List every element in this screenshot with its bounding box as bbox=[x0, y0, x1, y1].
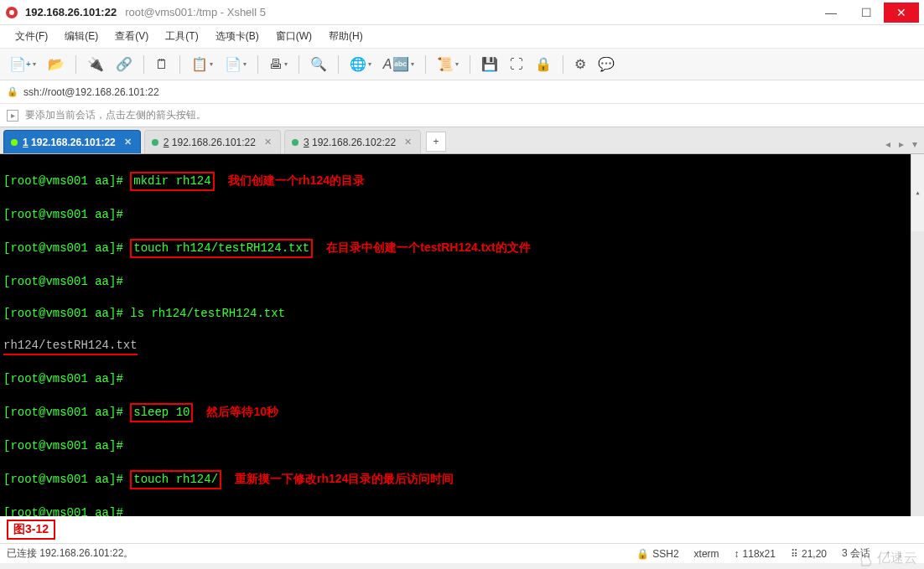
session-tab-2[interactable]: 2 192.168.26.101:22 ✕ bbox=[144, 130, 281, 153]
session-tab-1[interactable]: 1 192.168.26.101:22 ✕ bbox=[3, 130, 141, 153]
open-button[interactable]: 📂 bbox=[44, 53, 69, 75]
tab-close-button[interactable]: ✕ bbox=[264, 137, 272, 147]
lock-button[interactable]: 🔒 bbox=[531, 53, 556, 75]
color-button[interactable]: 🌐▾ bbox=[345, 53, 376, 75]
menu-help[interactable]: 帮助(H) bbox=[320, 26, 371, 47]
status-term: xterm bbox=[694, 548, 719, 560]
status-position: ⠿ 21,20 bbox=[791, 548, 827, 560]
menu-tools[interactable]: 工具(T) bbox=[157, 26, 206, 47]
svg-point-1 bbox=[9, 10, 14, 15]
tip-bar: ▸ 要添加当前会话，点击左侧的箭头按钮。 bbox=[0, 104, 924, 127]
find-button[interactable]: 🔍 bbox=[306, 53, 331, 75]
transfer-button[interactable]: 💾 bbox=[477, 53, 502, 75]
status-dot-icon bbox=[11, 139, 18, 146]
paste-button[interactable]: 📄▾ bbox=[221, 53, 251, 75]
address-url[interactable]: ssh://root@192.168.26.101:22 bbox=[23, 86, 159, 98]
tab-next-button[interactable]: ▸ bbox=[895, 137, 907, 152]
menu-file[interactable]: 文件(F) bbox=[7, 26, 56, 47]
toolbar: 📄+▾ 📂 🔌 🔗 🗒 📋▾ 📄▾ 🖶▾ 🔍 🌐▾ A🔤▾ 📜▾ 💾 ⛶ 🔒 ⚙… bbox=[0, 49, 924, 80]
status-dot-icon bbox=[292, 139, 298, 146]
menu-tab[interactable]: 选项卡(B) bbox=[207, 26, 267, 47]
new-session-button[interactable]: 📄+▾ bbox=[5, 53, 40, 75]
close-button[interactable]: ✕ bbox=[884, 3, 919, 23]
tab-label: 192.168.26.101:22 bbox=[172, 137, 256, 148]
fullscreen-button[interactable]: ⛶ bbox=[506, 54, 527, 75]
tab-number: 1 bbox=[23, 137, 29, 148]
tab-prev-button[interactable]: ◂ bbox=[882, 137, 894, 152]
status-connection: 已连接 192.168.26.101:22。 bbox=[7, 546, 621, 561]
title-bar: 192.168.26.101:22 root@vms001:/tmp - Xsh… bbox=[0, 0, 924, 25]
menu-view[interactable]: 查看(V) bbox=[106, 26, 157, 47]
terminal-scrollbar[interactable]: ▴ ▾ bbox=[911, 154, 924, 516]
menu-edit[interactable]: 编辑(E) bbox=[56, 26, 106, 47]
tab-label: 192.168.26.101:22 bbox=[31, 137, 116, 148]
settings-button[interactable]: ⚙ bbox=[570, 53, 590, 75]
app-icon bbox=[5, 6, 18, 19]
tab-label: 192.168.26.102:22 bbox=[312, 137, 396, 148]
maximize-button[interactable]: ☐ bbox=[849, 3, 884, 23]
status-protocol: 🔒SSH2 bbox=[636, 548, 678, 560]
status-bar: 已连接 192.168.26.101:22。 🔒SSH2 xterm ↕ 118… bbox=[0, 543, 924, 563]
address-bar: 🔒 ssh://root@192.168.26.101:22 bbox=[0, 80, 924, 104]
tab-menu-button[interactable]: ▾ bbox=[909, 137, 921, 152]
add-session-hint-button[interactable]: ▸ bbox=[7, 110, 18, 122]
menu-window[interactable]: 窗口(W) bbox=[267, 26, 320, 47]
tab-close-button[interactable]: ✕ bbox=[124, 137, 132, 147]
lock-icon: 🔒 bbox=[7, 86, 18, 97]
scroll-track[interactable] bbox=[911, 231, 924, 516]
status-up-button[interactable]: ↑ bbox=[885, 548, 890, 560]
chat-button[interactable]: 💬 bbox=[594, 53, 619, 75]
disconnect-button[interactable]: 🔗 bbox=[112, 53, 137, 75]
status-dot-icon bbox=[152, 139, 158, 146]
copy-button[interactable]: 📋▾ bbox=[187, 53, 217, 75]
print-button[interactable]: 🖶▾ bbox=[265, 54, 292, 75]
add-tab-button[interactable]: + bbox=[426, 132, 446, 152]
figure-label: 图3-12 bbox=[7, 520, 55, 540]
status-down-button[interactable]: ↓ bbox=[897, 548, 902, 560]
properties-button[interactable]: 🗒 bbox=[151, 54, 173, 75]
lock-icon: 🔒 bbox=[636, 548, 649, 560]
figure-caption: 图3-12 bbox=[0, 516, 924, 543]
font-button[interactable]: A🔤▾ bbox=[379, 53, 418, 75]
window-title: 192.168.26.101:22 bbox=[25, 6, 117, 18]
tab-close-button[interactable]: ✕ bbox=[404, 137, 412, 147]
reconnect-button[interactable]: 🔌 bbox=[83, 53, 108, 75]
scroll-up-button[interactable]: ▴ bbox=[911, 186, 924, 199]
status-sessions: 3 会话 bbox=[842, 546, 870, 561]
minimize-button[interactable]: — bbox=[813, 3, 849, 23]
tab-number: 2 bbox=[164, 137, 169, 148]
tab-bar: 1 192.168.26.101:22 ✕ 2 192.168.26.101:2… bbox=[0, 127, 924, 154]
tip-text: 要添加当前会话，点击左侧的箭头按钮。 bbox=[25, 108, 206, 122]
tab-number: 3 bbox=[304, 137, 309, 148]
script-button[interactable]: 📜▾ bbox=[433, 53, 463, 75]
session-tab-3[interactable]: 3 192.168.26.102:22 ✕ bbox=[284, 130, 421, 153]
window-subtitle: root@vms001:/tmp - Xshell 5 bbox=[125, 6, 266, 18]
status-size: ↕ 118x21 bbox=[735, 548, 776, 560]
menu-bar: 文件(F) 编辑(E) 查看(V) 工具(T) 选项卡(B) 窗口(W) 帮助(… bbox=[0, 25, 924, 49]
terminal[interactable]: [root@vms001 aa]# mkdir rh124我们创建一个rh124… bbox=[0, 154, 924, 516]
